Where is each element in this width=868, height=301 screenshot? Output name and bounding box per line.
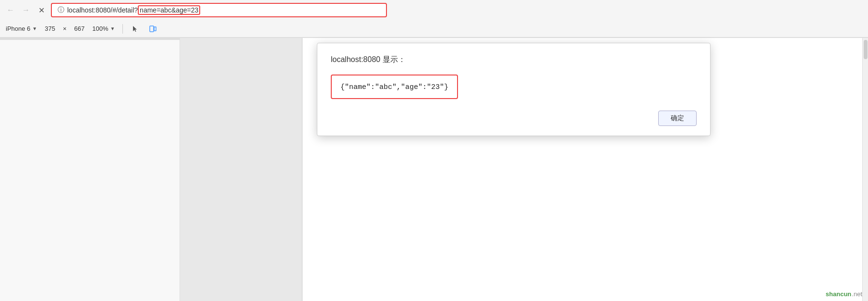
device-frame: [0, 38, 180, 301]
watermark-green: shancun: [826, 290, 851, 298]
toolbar-divider: [122, 24, 123, 34]
back-button[interactable]: ←: [5, 4, 16, 16]
zoom-selector[interactable]: 100% ▼: [92, 25, 115, 32]
address-bar-row: ← → ✕ ⓘ localhost:8080/#/detail?name=abc…: [0, 0, 868, 20]
watermark-gray: .net: [852, 290, 862, 298]
alert-dialog: localhost:8080 显示： {"name":"abc","age":"…: [317, 43, 711, 136]
watermark: shancun .net: [826, 290, 862, 298]
device-content-bar: [0, 38, 180, 40]
device-dropdown-arrow: ▼: [32, 26, 37, 31]
close-button[interactable]: ✕: [36, 4, 47, 16]
forward-button[interactable]: →: [20, 4, 32, 16]
scrollbar-thumb: [864, 40, 868, 59]
alert-content-text: {"name":"abc","age":"23"}: [340, 83, 448, 91]
alert-content-box: {"name":"abc","age":"23"}: [331, 75, 458, 99]
main-area: localhost:8080 显示： {"name":"abc","age":"…: [0, 38, 868, 301]
alert-header: localhost:8080 显示：: [331, 55, 697, 65]
svg-rect-0: [150, 26, 154, 32]
right-scrollbar[interactable]: [862, 38, 868, 301]
address-text: localhost:8080/#/detail?name=abc&age=23: [67, 5, 200, 15]
device-label: iPhone 6: [6, 25, 30, 32]
confirm-button[interactable]: 确定: [658, 111, 697, 126]
dimension-height: 667: [74, 25, 85, 32]
right-panel: localhost:8080 显示： {"name":"abc","age":"…: [302, 38, 868, 301]
device-toggle-icon[interactable]: [148, 24, 157, 34]
info-icon: ⓘ: [58, 6, 64, 14]
device-panel: [0, 38, 302, 301]
dimension-separator: ×: [63, 25, 67, 32]
cursor-tool-icon[interactable]: [131, 24, 140, 34]
device-selector[interactable]: iPhone 6 ▼: [6, 25, 37, 32]
alert-footer: 确定: [331, 111, 697, 126]
dimension-width: 375: [45, 25, 55, 32]
zoom-level: 100%: [92, 25, 108, 32]
zoom-dropdown-arrow: ▼: [110, 26, 115, 31]
svg-rect-1: [154, 27, 156, 31]
devtools-toolbar: iPhone 6 ▼ 375 × 667 100% ▼: [0, 20, 868, 38]
address-bar[interactable]: ⓘ localhost:8080/#/detail?name=abc&age=2…: [51, 3, 387, 17]
